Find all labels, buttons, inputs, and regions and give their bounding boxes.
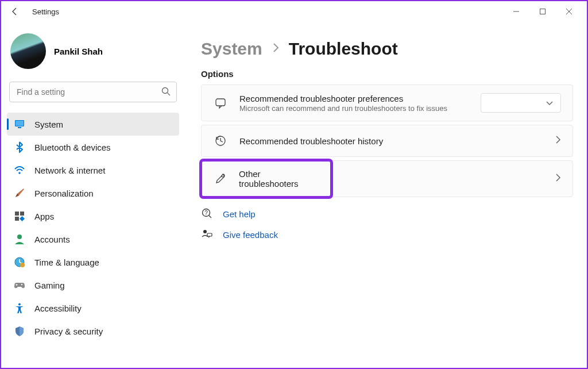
accessibility-icon xyxy=(14,302,25,314)
content-area: Pankil Shah SystemBluetooth & devicesNet… xyxy=(1,22,587,368)
card-title: Other troubleshooters xyxy=(239,169,319,189)
close-icon xyxy=(566,8,572,15)
svg-point-22 xyxy=(203,230,207,233)
give-feedback-row[interactable]: Give feedback xyxy=(201,228,573,241)
card-text: Other troubleshooters xyxy=(239,169,319,189)
preferences-dropdown[interactable] xyxy=(481,93,561,113)
titlebar: Settings xyxy=(1,1,587,22)
card-text: Recommended troubleshooter preferencesMi… xyxy=(239,94,447,113)
arrow-left-icon xyxy=(10,7,20,16)
get-help-row[interactable]: ? Get help xyxy=(201,207,573,220)
wifi-icon xyxy=(14,164,25,176)
svg-rect-6 xyxy=(18,127,21,128)
breadcrumb: System Troubleshoot xyxy=(201,39,573,59)
svg-rect-8 xyxy=(15,212,19,216)
chevron-right-icon xyxy=(555,135,561,147)
chevron-right-icon xyxy=(555,173,561,184)
svg-rect-9 xyxy=(20,212,24,216)
sidebar-item-label: System xyxy=(34,120,63,129)
avatar xyxy=(10,33,46,69)
svg-point-7 xyxy=(18,172,21,174)
sidebar-item-personalization[interactable]: Personalization xyxy=(7,182,179,205)
options-header: Options xyxy=(201,69,573,79)
svg-line-3 xyxy=(168,93,171,96)
sidebar-item-label: Personalization xyxy=(34,189,94,198)
minimize-button[interactable] xyxy=(503,3,529,20)
page-title: Troubleshoot xyxy=(289,39,398,59)
sidebar: Pankil Shah SystemBluetooth & devicesNet… xyxy=(1,22,185,368)
window-controls xyxy=(503,3,582,20)
option-card-recommended-troubleshooter-preferences[interactable]: Recommended troubleshooter preferencesMi… xyxy=(201,84,573,121)
card-icon xyxy=(213,95,228,110)
sidebar-item-accounts[interactable]: Accounts xyxy=(7,228,179,251)
sidebar-item-privacy-security[interactable]: Privacy & security xyxy=(7,320,179,343)
option-card-other-troubleshooters-row[interactable]: Other troubleshooters xyxy=(201,160,573,197)
search-icon xyxy=(161,86,171,99)
sidebar-item-label: Gaming xyxy=(34,280,65,290)
svg-rect-23 xyxy=(207,233,212,236)
person-icon xyxy=(14,233,25,245)
search-box xyxy=(9,82,177,102)
maximize-icon xyxy=(539,8,546,15)
profile-section[interactable]: Pankil Shah xyxy=(7,30,179,79)
main-panel: System Troubleshoot Options Recommended … xyxy=(185,22,587,368)
svg-text:?: ? xyxy=(204,210,208,216)
apps-icon xyxy=(14,210,25,222)
option-card-recommended-troubleshooter-history[interactable]: Recommended troubleshooter history xyxy=(201,125,573,157)
chevron-down-icon xyxy=(546,98,554,108)
sidebar-item-apps[interactable]: Apps xyxy=(7,205,179,228)
svg-rect-1 xyxy=(540,9,546,14)
svg-point-2 xyxy=(163,88,168,94)
svg-point-11 xyxy=(17,235,22,239)
maximize-button[interactable] xyxy=(529,3,556,20)
card-subtitle: Microsoft can recommend and run troubles… xyxy=(239,104,447,113)
help-links: ? Get help Give feedback xyxy=(201,207,573,241)
feedback-icon xyxy=(201,228,214,241)
clock-icon xyxy=(14,256,25,268)
sidebar-item-accessibility[interactable]: Accessibility xyxy=(7,297,179,320)
help-icon: ? xyxy=(201,207,214,220)
minimize-icon xyxy=(513,8,520,15)
give-feedback-link[interactable]: Give feedback xyxy=(223,230,278,240)
gamepad-icon xyxy=(14,279,25,291)
sidebar-item-label: Network & internet xyxy=(34,166,105,175)
profile-name: Pankil Shah xyxy=(54,47,103,56)
sidebar-item-system[interactable]: System xyxy=(7,113,179,136)
svg-rect-5 xyxy=(16,121,24,126)
breadcrumb-parent[interactable]: System xyxy=(201,39,262,59)
svg-point-16 xyxy=(18,303,21,306)
sidebar-item-time-language[interactable]: Time & language xyxy=(7,251,179,274)
sidebar-item-label: Apps xyxy=(34,212,54,221)
bluetooth-icon xyxy=(14,141,25,153)
card-title: Recommended troubleshooter history xyxy=(239,136,383,146)
svg-point-15 xyxy=(21,284,22,285)
brush-icon xyxy=(14,187,25,199)
card-icon xyxy=(213,171,227,186)
sidebar-item-label: Bluetooth & devices xyxy=(34,143,111,152)
back-button[interactable] xyxy=(6,2,24,21)
monitor-icon xyxy=(14,118,25,130)
chevron-right-icon xyxy=(272,42,280,56)
svg-point-14 xyxy=(20,263,25,267)
sidebar-item-label: Accounts xyxy=(34,235,70,244)
sidebar-item-label: Time & language xyxy=(34,257,99,267)
sidebar-item-gaming[interactable]: Gaming xyxy=(7,274,179,297)
shield-icon xyxy=(14,325,25,337)
search-input[interactable] xyxy=(9,82,177,102)
svg-rect-10 xyxy=(15,217,19,221)
card-icon xyxy=(213,133,228,148)
window-title: Settings xyxy=(32,7,59,16)
sidebar-item-network-internet[interactable]: Network & internet xyxy=(7,159,179,182)
sidebar-item-bluetooth-devices[interactable]: Bluetooth & devices xyxy=(7,136,179,159)
get-help-link[interactable]: Get help xyxy=(223,209,256,219)
option-card-other-troubleshooters[interactable]: Other troubleshooters xyxy=(202,161,331,197)
sidebar-item-label: Accessibility xyxy=(34,303,82,313)
card-title: Recommended troubleshooter preferences xyxy=(239,94,447,103)
close-button[interactable] xyxy=(556,3,582,20)
svg-rect-17 xyxy=(216,99,225,106)
card-text: Recommended troubleshooter history xyxy=(239,136,383,146)
sidebar-item-label: Privacy & security xyxy=(34,326,103,336)
